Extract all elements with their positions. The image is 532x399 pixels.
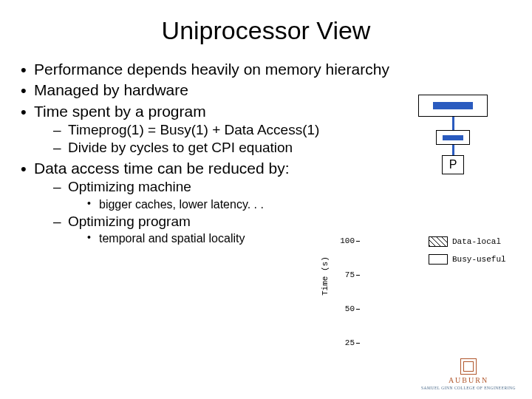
y-tick-25: 25 — [337, 338, 355, 347]
diagram-bus-bar-small — [443, 135, 463, 140]
diagram-wire-short — [452, 145, 454, 155]
y-tick-mark — [356, 241, 360, 242]
legend-item-data-local: Data-local — [429, 236, 501, 247]
system-diagram: P — [417, 95, 489, 174]
bullet-1: Performance depends heavily on memory hi… — [18, 60, 514, 79]
bullet-4-sub-1: Optimizing machine bigger caches, lower … — [53, 178, 514, 212]
y-tick-mark — [356, 275, 360, 276]
legend-label-2: Busy-useful — [452, 255, 506, 264]
bullet-4-sub-1-text: Optimizing machine — [68, 179, 191, 194]
diagram-wire — [452, 117, 454, 130]
y-tick-mark — [356, 343, 360, 344]
y-tick-75: 75 — [337, 270, 355, 279]
y-tick-100: 100 — [337, 236, 355, 245]
bullet-3-text: Time spent by a program — [34, 103, 206, 120]
swatch-hatch-icon — [429, 236, 448, 247]
bullet-4-sub-2-text: Optimizing program — [68, 214, 191, 229]
legend-label-1: Data-local — [452, 237, 501, 246]
legend-item-busy-useful: Busy-useful — [429, 254, 506, 265]
y-tick-50: 50 — [337, 304, 355, 313]
diagram-memory-box — [418, 95, 488, 117]
y-axis-label: Time (s) — [321, 256, 330, 296]
auburn-logo: AUBURN SAMUEL GINN COLLEGE OF ENGINEERIN… — [421, 358, 516, 390]
auburn-mark-icon — [460, 358, 477, 375]
diagram-processor-box: P — [442, 155, 464, 174]
diagram-bus-bar — [433, 102, 473, 109]
diagram-cache-box — [436, 130, 470, 145]
slide-title: Uniprocessor View — [0, 16, 532, 45]
auburn-college: SAMUEL GINN COLLEGE OF ENGINEERING — [421, 386, 516, 390]
bullet-4-sub-1-ss-1: bigger caches, lower latency. . . — [87, 197, 514, 213]
bullet-4-text: Data access time can be reduced by: — [34, 160, 290, 177]
auburn-name: AUBURN — [421, 376, 516, 384]
y-tick-mark — [356, 309, 360, 310]
swatch-plain-icon — [429, 254, 448, 265]
